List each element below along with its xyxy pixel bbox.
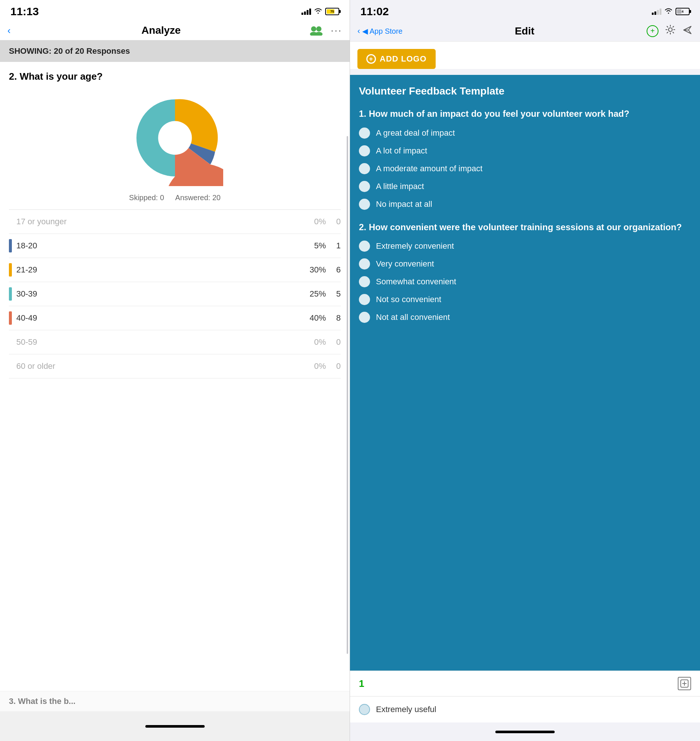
time-left: 11:13: [10, 5, 39, 18]
table-row: 30-39 25% 5: [9, 282, 341, 306]
option-label: Somewhat convenient: [376, 277, 456, 287]
row-swatch: [9, 360, 12, 373]
row-pct: 30%: [300, 265, 326, 275]
survey-option: A lot of impact: [359, 145, 691, 156]
option-label: Very convenient: [376, 259, 434, 269]
row-label: 60 or older: [16, 362, 300, 371]
table-row: 50-59 0% 0: [9, 330, 341, 354]
battery-icon-right: 4: [675, 8, 690, 15]
stats-row: Skipped: 0 Answered: 20: [9, 194, 341, 202]
add-circle-icon[interactable]: +: [647, 25, 659, 37]
wifi-icon-right: [665, 7, 672, 16]
back-button-left[interactable]: ‹: [7, 25, 11, 36]
row-swatch: [9, 215, 12, 228]
scrollbar[interactable]: [347, 136, 348, 654]
nav-title-left: Analyze: [14, 25, 309, 36]
add-logo-area: + ADD LOGO: [350, 41, 700, 69]
survey-options-1: A great deal of impact A lot of impact A…: [359, 128, 691, 210]
row-label: 30-39: [16, 289, 300, 299]
radio-button[interactable]: [359, 241, 370, 252]
survey-question-1: 1. How much of an impact do you feel you…: [359, 107, 691, 120]
survey-card: Volunteer Feedback Template 1. How much …: [350, 75, 700, 670]
send-icon[interactable]: [682, 25, 693, 37]
survey-option: Not at all convenient: [359, 312, 691, 323]
row-count: 0: [329, 337, 341, 347]
bottom-peek-area: Extremely useful: [350, 696, 700, 722]
row-pct: 25%: [300, 289, 326, 299]
more-icon[interactable]: ···: [331, 25, 342, 36]
radio-button[interactable]: [359, 145, 370, 156]
radio-button[interactable]: [359, 312, 370, 323]
table-row: 40-49 40% 8: [9, 306, 341, 330]
svg-point-5: [669, 28, 672, 31]
answered-stat: Answered: 20: [175, 194, 221, 202]
svg-point-4: [158, 121, 192, 155]
radio-button[interactable]: [359, 199, 370, 210]
svg-point-1: [316, 26, 321, 31]
question-label: 2. What is your age?: [9, 71, 341, 82]
option-label: No impact at all: [376, 200, 432, 209]
nav-actions-right: +: [647, 25, 693, 37]
signal-icon-right: [652, 8, 662, 15]
row-pct: 0%: [300, 362, 326, 371]
people-icon[interactable]: [309, 25, 325, 35]
home-indicator-area-left: [0, 712, 350, 741]
row-pct: 0%: [300, 337, 326, 347]
add-page-button[interactable]: [678, 677, 691, 690]
home-indicator-left: [146, 725, 204, 728]
nav-bar-right: ‹ ◀ App Store Edit +: [350, 21, 700, 41]
option-label: A great deal of impact: [376, 128, 455, 138]
status-icons-right: 4: [652, 7, 690, 16]
status-icons-left: 75: [301, 7, 339, 16]
table-row: 60 or older 0% 0: [9, 354, 341, 378]
radio-button[interactable]: [359, 128, 370, 139]
survey-options-2: Extremely convenient Very convenient Som…: [359, 241, 691, 323]
row-count: 0: [329, 217, 341, 226]
skipped-stat: Skipped: 0: [129, 194, 164, 202]
row-pct: 0%: [300, 217, 326, 226]
row-swatch: [9, 287, 12, 301]
time-right: 11:02: [360, 5, 389, 18]
option-label: Not so convenient: [376, 295, 441, 304]
survey-question-2: 2. How convenient were the volunteer tra…: [359, 221, 691, 234]
app-store-back-button[interactable]: ‹ ◀ App Store: [357, 26, 403, 36]
survey-option: A little impact: [359, 181, 691, 192]
survey-option: A great deal of impact: [359, 128, 691, 139]
radio-button[interactable]: [359, 276, 370, 287]
option-label: A lot of impact: [376, 146, 427, 156]
add-logo-button[interactable]: + ADD LOGO: [357, 49, 436, 69]
option-label: A moderate amount of impact: [376, 164, 482, 173]
row-count: 0: [329, 362, 341, 371]
row-label: 18-20: [16, 241, 300, 251]
next-question-peek: 3. What is the b...: [0, 691, 350, 712]
showing-banner: SHOWING: 20 of 20 Responses: [0, 40, 350, 62]
page-number: 1: [359, 678, 364, 690]
radio-button[interactable]: [359, 163, 370, 174]
row-count: 8: [329, 313, 341, 323]
survey-option: Extremely convenient: [359, 241, 691, 252]
row-pct: 40%: [300, 313, 326, 323]
svg-point-3: [315, 32, 322, 35]
option-label: Not at all convenient: [376, 313, 450, 322]
row-label: 17 or younger: [16, 217, 300, 226]
left-phone: 11:13 75: [0, 0, 350, 741]
pie-chart-container: [9, 90, 341, 186]
status-bar-right: 11:02 4: [350, 0, 700, 21]
radio-button[interactable]: [359, 181, 370, 192]
row-label: 40-49: [16, 313, 300, 323]
add-logo-label: ADD LOGO: [379, 54, 427, 64]
gear-icon[interactable]: [665, 25, 675, 37]
status-bar-left: 11:13 75: [0, 0, 350, 21]
home-indicator-area-right: [350, 722, 700, 741]
back-chevron-icon: ‹: [357, 26, 360, 36]
row-swatch: [9, 335, 12, 349]
add-logo-plus-icon: +: [366, 54, 376, 64]
radio-button[interactable]: [359, 294, 370, 305]
age-data-table: 17 or younger 0% 0 18-20 5% 1 21-29 30% …: [9, 209, 341, 378]
survey-option: Not so convenient: [359, 294, 691, 305]
row-pct: 5%: [300, 241, 326, 251]
survey-footer: 1: [350, 670, 700, 696]
radio-button[interactable]: [359, 258, 370, 269]
peek-text: Extremely useful: [376, 705, 437, 714]
row-swatch: [9, 312, 12, 325]
